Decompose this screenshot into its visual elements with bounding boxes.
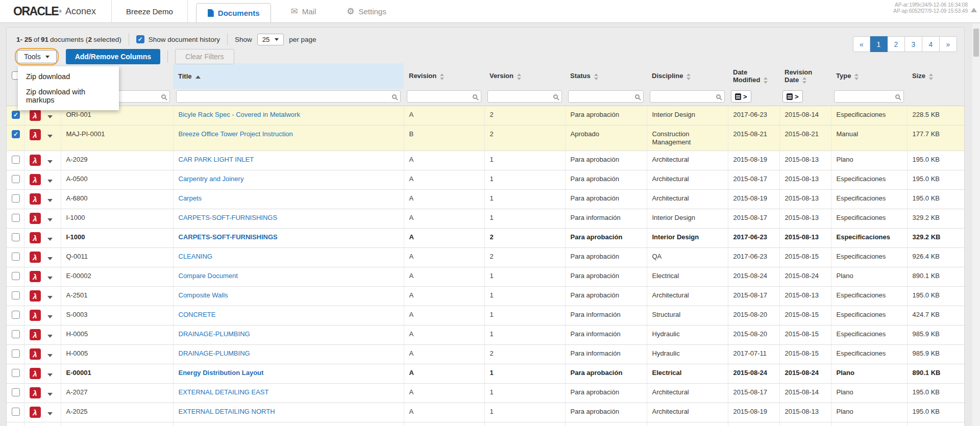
tools-button[interactable]: Tools bbox=[17, 50, 57, 63]
title-filter-input[interactable] bbox=[176, 90, 401, 103]
pagination-page-button[interactable]: 4 bbox=[922, 36, 940, 52]
pdf-file-icon[interactable] bbox=[30, 129, 41, 140]
document-title-link[interactable]: CARPETS-SOFT-FURNISHINGS bbox=[179, 214, 278, 221]
pdf-file-icon[interactable] bbox=[30, 252, 41, 263]
row-checkbox[interactable] bbox=[12, 194, 20, 203]
show-history-checkbox[interactable] bbox=[136, 35, 144, 43]
pdf-file-icon[interactable] bbox=[30, 310, 41, 321]
row-actions-dropdown-icon[interactable] bbox=[47, 218, 53, 221]
document-title-link[interactable]: EXTERNAL DETAILING EAST bbox=[179, 388, 269, 396]
discipline-filter-textfield[interactable] bbox=[654, 92, 714, 101]
row-actions-dropdown-icon[interactable] bbox=[47, 277, 53, 280]
pdf-file-icon[interactable] bbox=[30, 290, 41, 302]
tools-menu-item[interactable]: Zip download with markups bbox=[18, 84, 119, 108]
vertical-scrollbar[interactable] bbox=[972, 23, 980, 426]
pdf-file-icon[interactable] bbox=[30, 232, 41, 243]
revision_date-date-filter-button[interactable] bbox=[782, 90, 803, 103]
row-checkbox[interactable] bbox=[12, 156, 20, 164]
document-title-link[interactable]: Composite Walls bbox=[179, 291, 228, 299]
document-title-link[interactable]: Carpets bbox=[179, 194, 202, 202]
tab-documents[interactable]: Documents bbox=[196, 3, 272, 22]
document-title-link[interactable]: Energy Distribution Layout bbox=[179, 369, 264, 377]
row-actions-dropdown-icon[interactable] bbox=[47, 296, 53, 299]
status-filter-input[interactable] bbox=[568, 90, 644, 103]
pdf-file-icon[interactable] bbox=[30, 193, 41, 205]
pagination-page-button[interactable]: 2 bbox=[888, 36, 905, 52]
column-header-version[interactable]: Version bbox=[484, 63, 565, 89]
column-header-status[interactable]: Status bbox=[565, 63, 647, 89]
sort-icon[interactable] bbox=[929, 73, 933, 80]
row-actions-dropdown-icon[interactable] bbox=[47, 160, 53, 163]
sort-ascending-icon[interactable] bbox=[195, 76, 201, 79]
document-title-link[interactable]: CLEANING bbox=[179, 253, 212, 260]
row-actions-dropdown-icon[interactable] bbox=[47, 115, 53, 118]
date_modified-date-filter-button[interactable] bbox=[731, 90, 751, 103]
add-remove-columns-button[interactable]: Add/Remove Columns bbox=[66, 49, 160, 64]
row-checkbox[interactable] bbox=[12, 291, 20, 299]
sort-icon[interactable] bbox=[517, 73, 521, 80]
row-checkbox[interactable] bbox=[12, 272, 20, 280]
clear-filters-button[interactable]: Clear Filters bbox=[175, 49, 234, 64]
document-title-link[interactable]: EXTERNAL DETAILING NORTH bbox=[179, 408, 275, 415]
pagination-last-button[interactable]: » bbox=[940, 36, 957, 52]
scrollbar-thumb[interactable] bbox=[973, 29, 979, 57]
row-checkbox[interactable] bbox=[12, 253, 20, 261]
column-header-discipline[interactable]: Discipline bbox=[647, 63, 728, 89]
row-checkbox[interactable] bbox=[12, 233, 20, 241]
row-actions-dropdown-icon[interactable] bbox=[47, 180, 53, 183]
column-header-revision[interactable]: Revision bbox=[404, 63, 484, 89]
document-title-link[interactable]: CARPETS-SOFT-FURNISHINGS bbox=[179, 233, 278, 241]
document-title-link[interactable]: Bicyle Rack Spec - Covered in Metalwork bbox=[179, 111, 300, 118]
row-actions-dropdown-icon[interactable] bbox=[47, 257, 53, 260]
sort-icon[interactable] bbox=[854, 73, 859, 80]
pdf-file-icon[interactable] bbox=[30, 329, 41, 340]
row-actions-dropdown-icon[interactable] bbox=[47, 135, 53, 138]
row-checkbox[interactable] bbox=[12, 111, 20, 119]
row-checkbox[interactable] bbox=[12, 369, 20, 377]
row-checkbox[interactable] bbox=[12, 214, 20, 222]
revision-filter-input[interactable] bbox=[407, 90, 481, 103]
row-checkbox[interactable] bbox=[12, 130, 20, 138]
pdf-file-icon[interactable] bbox=[30, 155, 41, 166]
row-actions-dropdown-icon[interactable] bbox=[47, 199, 53, 202]
per-page-select[interactable]: 25 bbox=[257, 34, 284, 45]
tab-settings[interactable]: ⚙ Settings bbox=[335, 0, 397, 22]
column-header-date_modified[interactable]: Date Modified bbox=[728, 63, 779, 89]
pdf-file-icon[interactable] bbox=[30, 213, 41, 224]
pdf-file-icon[interactable] bbox=[30, 110, 41, 121]
title-filter-textfield[interactable] bbox=[180, 92, 390, 101]
row-actions-dropdown-icon[interactable] bbox=[47, 315, 53, 318]
tab-mail[interactable]: ✉ Mail bbox=[279, 0, 327, 22]
row-checkbox[interactable] bbox=[12, 349, 20, 358]
pdf-file-icon[interactable] bbox=[30, 368, 41, 379]
pdf-file-icon[interactable] bbox=[30, 348, 41, 360]
project-selector-tab[interactable]: Breeze Demo bbox=[111, 0, 188, 22]
sort-icon[interactable] bbox=[764, 77, 768, 84]
tools-menu-item[interactable]: Zip download bbox=[18, 69, 119, 84]
pdf-file-icon[interactable] bbox=[30, 174, 41, 185]
type-filter-textfield[interactable] bbox=[838, 92, 893, 101]
row-checkbox[interactable] bbox=[12, 408, 20, 416]
type-filter-input[interactable] bbox=[834, 90, 904, 103]
row-checkbox[interactable] bbox=[12, 388, 20, 396]
pdf-file-icon[interactable] bbox=[30, 387, 41, 398]
document-title-link[interactable]: CAR PARK LIGHT INLET bbox=[179, 156, 254, 163]
sort-icon[interactable] bbox=[440, 73, 444, 80]
column-header-size[interactable]: Size bbox=[907, 63, 965, 89]
status-filter-textfield[interactable] bbox=[572, 92, 633, 101]
document-title-link[interactable]: Breeze Office Tower Project Instruction bbox=[179, 130, 293, 138]
sort-icon[interactable] bbox=[594, 73, 598, 80]
document-title-link[interactable]: CONCRETE bbox=[179, 311, 216, 318]
row-actions-dropdown-icon[interactable] bbox=[47, 393, 53, 396]
pagination-first-button[interactable]: « bbox=[853, 36, 870, 52]
document-title-link[interactable]: Carpentry and Joinery bbox=[179, 175, 244, 183]
row-actions-dropdown-icon[interactable] bbox=[47, 238, 53, 241]
revision-filter-textfield[interactable] bbox=[411, 92, 471, 101]
row-actions-dropdown-icon[interactable] bbox=[47, 412, 53, 415]
column-header-revision_date[interactable]: Revision Date bbox=[779, 63, 831, 89]
document-title-link[interactable]: DRAINAGE-PLUMBING bbox=[179, 330, 250, 338]
row-actions-dropdown-icon[interactable] bbox=[47, 354, 53, 357]
pagination-page-button[interactable]: 3 bbox=[905, 36, 922, 52]
version-filter-input[interactable] bbox=[487, 90, 562, 103]
row-checkbox[interactable] bbox=[12, 311, 20, 319]
